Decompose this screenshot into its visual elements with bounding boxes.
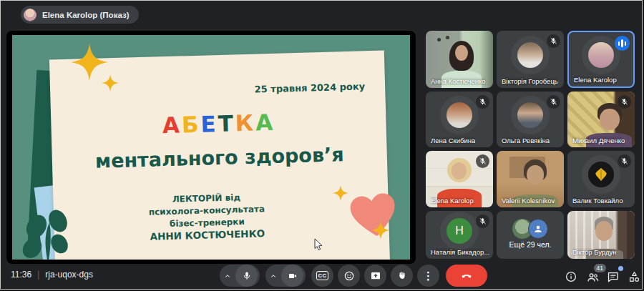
raise-hand-button[interactable] bbox=[391, 265, 413, 287]
avatar-initial: Н bbox=[447, 218, 472, 244]
participant-name: Наталія Бикадор... bbox=[431, 248, 489, 256]
muted-mic-icon bbox=[476, 214, 489, 228]
participant-name: Valerii Kolesnikov bbox=[502, 197, 555, 204]
mic-options-chevron-icon[interactable] bbox=[220, 272, 235, 280]
participant-tile[interactable]: Михаил Дяченко bbox=[567, 92, 635, 147]
participant-tile[interactable]: Анна Костюченко bbox=[426, 31, 493, 88]
clock: 11:36 bbox=[11, 270, 31, 280]
muted-mic-icon bbox=[618, 95, 631, 109]
presentation-slide: 25 травня 2024 року АБЕТКА ментального з… bbox=[12, 35, 410, 260]
participant-name: Ольга Ревякіна bbox=[502, 137, 550, 144]
participant-tile[interactable]: Валик Товкайло bbox=[567, 151, 635, 207]
participant-tile[interactable]: Віктор Бурдун bbox=[567, 211, 635, 259]
shared-screen[interactable]: 25 травня 2024 року АБЕТКА ментального з… bbox=[6, 31, 416, 264]
participant-tile[interactable]: Valerii Kolesnikov bbox=[497, 151, 564, 207]
google-meet-window: Elena Karolop (Показ) 25 травня 2024 рок… bbox=[0, 0, 643, 290]
presenter-avatar bbox=[24, 9, 36, 21]
more-options-button[interactable]: ⋮ bbox=[417, 265, 439, 287]
participant-tile[interactable]: Вікторія Горобець bbox=[497, 31, 564, 88]
meeting-details-button[interactable] bbox=[562, 267, 580, 286]
sparkle-icon bbox=[102, 74, 119, 92]
people-button[interactable]: 41 bbox=[583, 267, 602, 286]
participant-tile[interactable]: Elena Karolop bbox=[567, 31, 635, 88]
slide-card: 25 травня 2024 року АБЕТКА ментального з… bbox=[49, 51, 390, 260]
avatar-person-icon bbox=[528, 219, 548, 239]
sparkle-icon bbox=[333, 185, 348, 201]
overflow-count-label: Ещё 29 чел. bbox=[497, 240, 564, 249]
chat-button[interactable] bbox=[603, 267, 622, 286]
slide-lecture-text: ЛЕКТОРІЙ від психолога-консультата бізес… bbox=[53, 189, 361, 246]
sparkle-icon bbox=[371, 221, 390, 240]
slide-date: 25 травня 2024 року bbox=[254, 81, 365, 94]
mic-button[interactable] bbox=[220, 265, 260, 287]
control-bar: 11:36 | rja-uqox-dgs CC ⋮ 41 bbox=[1, 263, 642, 289]
participant-tile[interactable]: Elena Karolop bbox=[426, 151, 493, 207]
participants-grid: Анна Костюченко Вікторія Горобець Elena … bbox=[426, 31, 635, 259]
participant-tile[interactable]: Ольга Ревякіна bbox=[497, 92, 564, 147]
mic-icon[interactable] bbox=[235, 265, 258, 287]
avatar-leaf-icon bbox=[588, 162, 614, 187]
avatar bbox=[447, 102, 472, 128]
participant-name: Валик Товкайло bbox=[572, 197, 623, 204]
camera-options-chevron-icon[interactable] bbox=[265, 272, 281, 280]
activities-button[interactable] bbox=[625, 267, 643, 286]
chat-notification-dot bbox=[618, 266, 623, 271]
participant-tile[interactable]: Н Наталія Бикадор... bbox=[426, 211, 493, 259]
participant-name: Elena Karolop bbox=[431, 197, 474, 204]
muted-mic-icon bbox=[476, 154, 489, 168]
muted-mic-icon bbox=[476, 95, 489, 109]
audio-level-icon bbox=[615, 36, 630, 51]
overflow-avatars bbox=[512, 219, 548, 239]
present-screen-button[interactable] bbox=[364, 265, 386, 287]
presenter-pill[interactable]: Elena Karolop (Показ) bbox=[21, 6, 139, 24]
captions-button[interactable]: CC bbox=[311, 265, 333, 287]
divider: | bbox=[37, 270, 39, 280]
presenter-label: Elena Karolop (Показ) bbox=[42, 11, 129, 19]
participant-name: Віктор Бурдун bbox=[572, 248, 616, 256]
camera-icon[interactable] bbox=[281, 265, 303, 287]
camera-button[interactable] bbox=[265, 265, 306, 287]
muted-mic-icon bbox=[547, 34, 560, 48]
mouse-cursor bbox=[313, 238, 323, 251]
participant-name: Анна Костюченко bbox=[431, 77, 486, 85]
participant-name: Elena Karolop bbox=[574, 76, 617, 84]
avatar bbox=[517, 102, 543, 128]
participant-tile[interactable]: Лена Скибина bbox=[426, 92, 493, 147]
participant-name: Михаил Дяченко bbox=[572, 137, 625, 144]
slide-subtitle: ментального здоров’я bbox=[52, 142, 387, 173]
meeting-info: 11:36 | rja-uqox-dgs bbox=[11, 270, 93, 280]
reactions-button[interactable] bbox=[338, 265, 360, 287]
end-call-button[interactable] bbox=[446, 265, 487, 287]
avatar bbox=[517, 42, 543, 68]
slide-title: АБЕТКА bbox=[51, 106, 386, 141]
participant-name: Вікторія Горобець bbox=[502, 77, 558, 85]
overflow-tile[interactable]: Ещё 29 чел. bbox=[497, 211, 564, 259]
participant-name: Лена Скибина bbox=[431, 137, 475, 144]
meeting-code: rja-uqox-dgs bbox=[45, 270, 93, 280]
avatar bbox=[588, 42, 614, 68]
muted-mic-icon bbox=[547, 95, 560, 109]
plant-leaf-icon bbox=[16, 189, 82, 260]
muted-mic-icon bbox=[618, 154, 631, 168]
